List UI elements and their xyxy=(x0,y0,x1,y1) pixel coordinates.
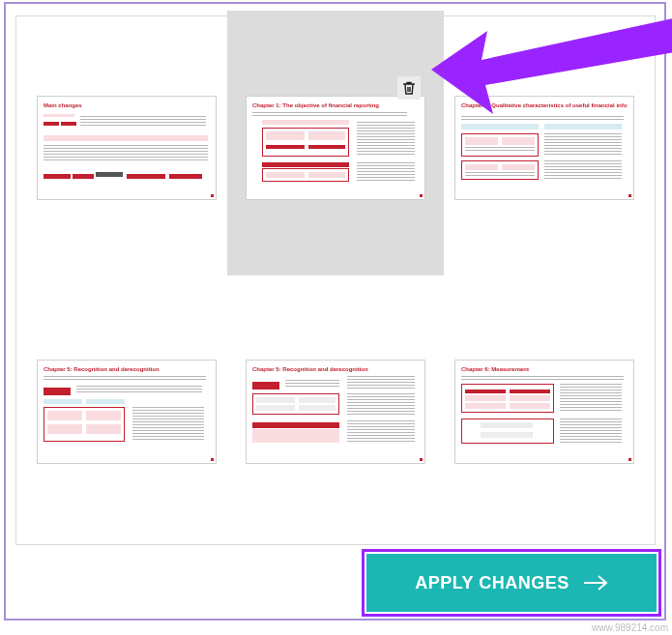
thumb-content: Chapter 1: The objective of financial re… xyxy=(246,96,425,200)
trash-icon xyxy=(402,80,416,96)
thumb-content: Main changes xyxy=(37,96,217,200)
page-thumbnail[interactable]: Main changes xyxy=(34,38,219,200)
thumb-title: Chapter 5: Recognition and derecognition xyxy=(44,366,210,373)
page-thumbnail-selected[interactable]: Chapter 1: The objective of financial re… xyxy=(243,38,428,200)
thumb-content: Chapter 6: Measurement xyxy=(454,360,634,464)
apply-label: APPLY CHANGES xyxy=(415,573,570,593)
thumb-title: Chapter 2: Qualitative characteristics o… xyxy=(461,102,628,109)
thumb-content: Chapter 2: Qualitative characteristics o… xyxy=(454,96,634,200)
thumb-title: Chapter 5: Recognition and derecognition xyxy=(252,366,419,373)
page-thumbnail[interactable]: Chapter 2: Qualitative characteristics o… xyxy=(452,38,637,200)
thumb-title: Chapter 1: The objective of financial re… xyxy=(252,102,419,109)
thumb-title: Chapter 6: Measurement xyxy=(461,366,628,373)
page-thumbnail[interactable]: Chapter 5: Recognition and derecognition xyxy=(34,302,219,464)
arrow-right-icon xyxy=(583,574,608,592)
thumb-content: Chapter 5: Recognition and derecognition xyxy=(246,360,425,464)
apply-changes-button[interactable]: APPLY CHANGES xyxy=(366,554,657,612)
thumbnails-grid: Main changes xyxy=(34,38,637,464)
page-thumbnail[interactable]: Chapter 6: Measurement xyxy=(452,302,637,464)
thumb-title: Main changes xyxy=(44,102,210,109)
page-thumbnail[interactable]: Chapter 5: Recognition and derecognition xyxy=(243,302,428,464)
watermark: www.989214.com xyxy=(592,622,668,633)
delete-page-button[interactable] xyxy=(397,76,421,100)
thumb-content: Chapter 5: Recognition and derecognition xyxy=(37,360,217,464)
page-thumbnails-panel: Main changes xyxy=(15,15,656,545)
editor-frame: Main changes xyxy=(4,2,666,621)
